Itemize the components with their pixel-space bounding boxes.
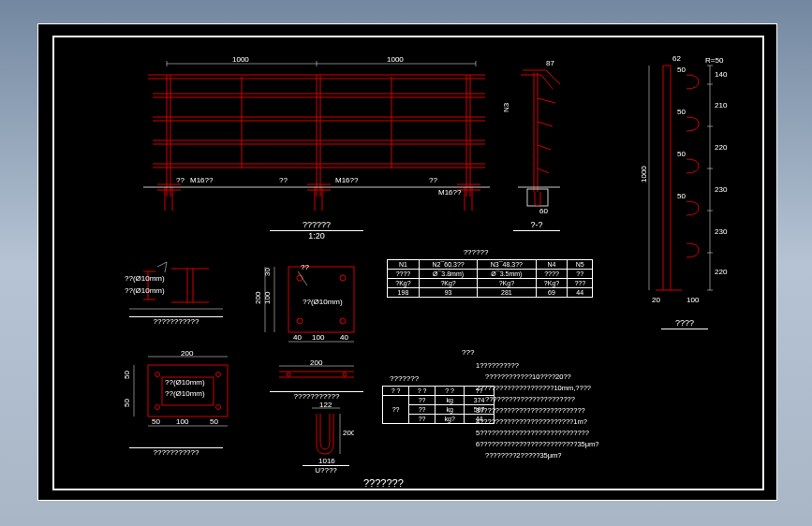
dim-r50: R=50 bbox=[705, 56, 724, 65]
dim-62: 62 bbox=[672, 54, 681, 63]
dim-100a: 100 bbox=[263, 291, 272, 304]
dim-50b: 50 bbox=[123, 399, 131, 407]
dim-50c: 50 bbox=[152, 417, 160, 426]
svg-line-38 bbox=[541, 75, 553, 89]
material-table: N1 N2¯60.3?? N3¯48.3?? N4 N5 ???? Ø¯3.8m… bbox=[387, 259, 593, 298]
svg-point-85 bbox=[216, 405, 221, 410]
dim-1000a: 1000 bbox=[232, 56, 249, 64]
strip-title: ??????????? bbox=[270, 391, 363, 401]
dim-230b: 230 bbox=[715, 227, 728, 236]
dim-40a: 40 bbox=[293, 333, 302, 342]
bp2-lbl2: ??(Ø10mm) bbox=[165, 389, 205, 398]
label-lbl1: ?? bbox=[176, 176, 185, 184]
svg-line-41 bbox=[538, 98, 555, 103]
weight-table-title: ??????? bbox=[390, 374, 419, 383]
svg-point-71 bbox=[297, 275, 303, 281]
dim-50-h2: 50 bbox=[677, 108, 686, 116]
elevation-view: 1000 1000 bbox=[129, 56, 495, 220]
svg-point-72 bbox=[340, 275, 346, 281]
elevation-title: ?????? 1:20 bbox=[270, 220, 363, 241]
svg-point-92 bbox=[343, 373, 347, 376]
svg-line-43 bbox=[538, 145, 551, 150]
post-section: 87 N3 60 bbox=[495, 56, 579, 220]
dim-200a: 200 bbox=[256, 291, 262, 304]
dim-220a: 220 bbox=[715, 143, 728, 152]
post-front-detail: 62 R=50 140 210 220 230 230 bbox=[635, 51, 747, 314]
bp2-title: ??????????? bbox=[129, 447, 223, 457]
drawing-inner-frame: 1000 1000 bbox=[52, 36, 764, 490]
svg-point-73 bbox=[297, 318, 303, 324]
dim-210: 210 bbox=[715, 101, 728, 110]
dim-100c: 100 bbox=[312, 333, 325, 342]
label-m16-3: M16?? bbox=[438, 188, 462, 197]
dim-200b: 200 bbox=[181, 351, 194, 358]
svg-line-36 bbox=[546, 70, 560, 84]
dim-220b: 220 bbox=[715, 268, 728, 276]
svg-line-44 bbox=[538, 168, 549, 173]
dim-230a: 230 bbox=[715, 185, 728, 194]
dim-50a: 50 bbox=[123, 371, 131, 379]
ubolt-detail: 122 200 1016 bbox=[298, 402, 354, 468]
ubolt-lbl: 1016 bbox=[318, 457, 335, 465]
notes-block: 1?????????? ????????????10????20?? 2????… bbox=[476, 360, 599, 461]
ibeam-title: ??????????? bbox=[129, 316, 223, 326]
dim-40b: 40 bbox=[340, 333, 348, 342]
ubolt-dim: 200 bbox=[343, 429, 354, 437]
dim-50-h4: 50 bbox=[677, 192, 686, 200]
dim-200c: 200 bbox=[310, 360, 323, 367]
svg-point-84 bbox=[155, 405, 160, 410]
svg-point-91 bbox=[287, 373, 290, 376]
dim-60: 60 bbox=[539, 207, 548, 215]
svg-point-74 bbox=[340, 318, 346, 324]
section-title: ?-? bbox=[513, 220, 560, 231]
base-plate-plan: ??(Ø10mm) ?? 30 100 200 40 100 40 bbox=[256, 253, 377, 346]
dim-section-87: 87 bbox=[546, 59, 554, 67]
dim-50-h3: 50 bbox=[677, 150, 686, 158]
material-table-title: ?????? bbox=[443, 248, 509, 256]
base-plate-2: 200 ??(Ø10mm) ??(Ø10mm) 50 50 50 100 50 bbox=[111, 351, 242, 445]
dim-50d: 50 bbox=[210, 417, 218, 426]
strip-detail: 200 bbox=[265, 360, 368, 388]
drawing-outer-frame: 1000 1000 bbox=[37, 23, 777, 501]
label-m16-2: M16?? bbox=[335, 176, 359, 184]
dim-100b: 100 bbox=[687, 296, 700, 304]
ibeam-detail: ??(Ø10mm) ??(Ø10mm) bbox=[120, 257, 232, 323]
dim-30a: 30 bbox=[263, 268, 272, 276]
ubolt-title: U???? bbox=[303, 465, 349, 475]
ibeam-lbl1: ??(Ø10mm) bbox=[125, 274, 165, 283]
svg-point-83 bbox=[216, 373, 221, 377]
label-m16-1: M16?? bbox=[190, 176, 214, 184]
svg-line-42 bbox=[538, 122, 553, 126]
base-bolt-lbl: ??(Ø10mm) bbox=[303, 298, 343, 306]
svg-line-75 bbox=[298, 271, 307, 285]
bp2-lbl1: ??(Ø10mm) bbox=[165, 378, 205, 387]
dim-20: 20 bbox=[652, 296, 660, 304]
ibeam-lbl2: ??(Ø10mm) bbox=[125, 286, 165, 295]
base-lbl2: ?? bbox=[301, 263, 309, 271]
label-lbl2: ?? bbox=[279, 176, 288, 184]
dim-1000c: 1000 bbox=[640, 166, 648, 183]
dim-122: 122 bbox=[319, 402, 332, 409]
dim-100d: 100 bbox=[176, 417, 189, 426]
dim-50-h1: 50 bbox=[677, 66, 686, 74]
page-title: ??????? bbox=[363, 477, 404, 489]
label-lbl3: ?? bbox=[429, 176, 437, 184]
svg-point-82 bbox=[155, 373, 160, 377]
dim-140: 140 bbox=[715, 70, 728, 79]
notes-title: ??? bbox=[462, 348, 474, 357]
post-detail-title: ???? bbox=[661, 318, 708, 329]
dim-1000b: 1000 bbox=[387, 56, 404, 64]
label-n3-sect: N3 bbox=[502, 102, 510, 112]
